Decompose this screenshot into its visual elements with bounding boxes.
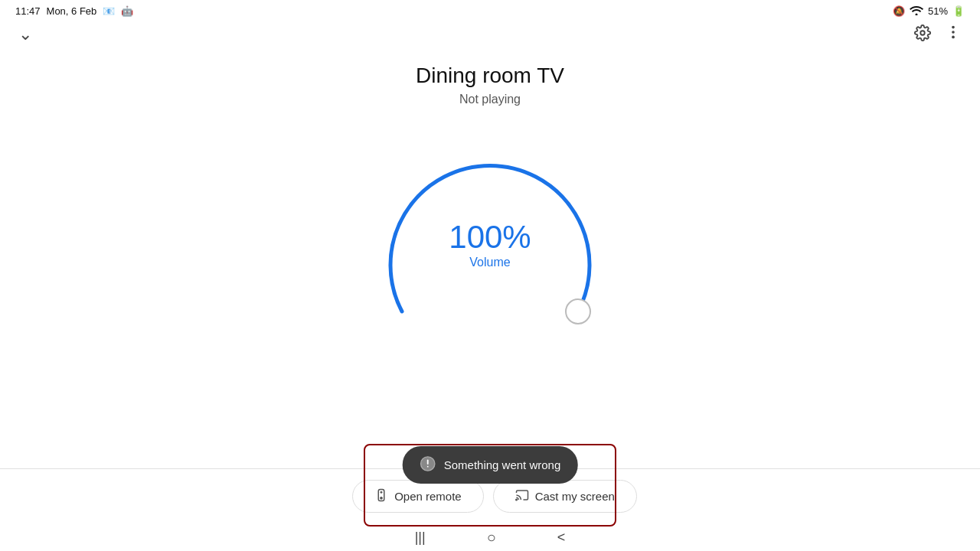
notification-icon: 📧: [103, 5, 115, 17]
home-nav-icon[interactable]: ○: [487, 529, 496, 546]
mute-icon: 🔕: [893, 5, 905, 17]
snackbar-message: Something went wrong: [444, 458, 561, 471]
nav-icons: [914, 24, 962, 45]
snackbar-icon: [420, 455, 436, 474]
wifi-icon: [910, 5, 923, 18]
svg-point-11: [515, 499, 517, 500]
cast-screen-button[interactable]: Cast my screen: [493, 480, 637, 513]
svg-point-3: [952, 36, 955, 39]
time-display: 11:47: [15, 5, 41, 17]
open-remote-button[interactable]: Open remote: [352, 480, 484, 513]
cast-icon: [515, 488, 529, 504]
svg-point-4: [566, 299, 590, 324]
date-display: Mon, 6 Feb: [47, 5, 97, 17]
cast-screen-label: Cast my screen: [535, 490, 615, 503]
menu-nav-icon[interactable]: |||: [415, 530, 426, 546]
snackbar: Something went wrong: [403, 446, 578, 484]
volume-percent: 100%: [449, 219, 531, 256]
svg-point-0: [920, 31, 925, 35]
remote-icon: [374, 488, 388, 504]
top-nav: ⌄: [0, 21, 980, 48]
status-left: 11:47 Mon, 6 Feb 📧 🤖: [15, 5, 133, 17]
back-button[interactable]: ⌄: [18, 24, 32, 44]
svg-point-6: [427, 466, 429, 468]
status-right: 🔕 51% 🔋: [893, 5, 965, 18]
settings-button[interactable]: [914, 24, 931, 45]
nav-bar: ||| ○ <: [0, 523, 980, 551]
status-bar: 11:47 Mon, 6 Feb 📧 🤖 🔕 51% 🔋: [0, 0, 980, 21]
svg-point-8: [381, 497, 382, 499]
battery-display: 51%: [928, 5, 948, 17]
volume-dial[interactable]: 100% Volume: [360, 122, 620, 344]
main-content: Dining room TV Not playing 100% Volume: [0, 48, 980, 344]
more-options-button[interactable]: [945, 24, 962, 45]
battery-icon: 🔋: [952, 5, 965, 17]
device-status: Not playing: [459, 93, 521, 106]
svg-point-1: [952, 26, 955, 29]
device-title: Dining room TV: [416, 64, 564, 88]
volume-label: Volume: [469, 256, 510, 269]
volume-center: 100% Volume: [449, 219, 531, 269]
back-nav-icon[interactable]: <: [557, 530, 566, 546]
open-remote-label: Open remote: [394, 490, 462, 503]
android-icon: 🤖: [121, 5, 133, 17]
svg-point-2: [952, 31, 955, 34]
